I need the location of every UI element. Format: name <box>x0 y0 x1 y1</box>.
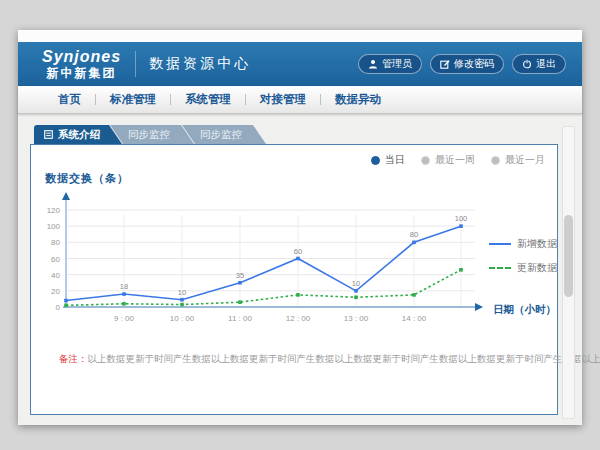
svg-text:18: 18 <box>120 282 128 291</box>
footnote-label: 备注： <box>59 353 88 364</box>
radio-dot <box>421 156 430 165</box>
svg-text:9 : 00: 9 : 00 <box>114 314 135 323</box>
svg-text:11 : 00: 11 : 00 <box>228 314 252 323</box>
brand-logo-subtext: 新中新集团 <box>42 67 121 79</box>
header-divider <box>135 51 136 77</box>
radio-label: 最近一周 <box>435 153 475 167</box>
user-icon <box>368 59 378 69</box>
radio-label: 当日 <box>385 153 405 167</box>
nav-item-integration-mgmt[interactable]: 对接管理 <box>246 92 320 107</box>
tab-bar: 系统介绍 同步监控 同步监控 <box>34 125 266 144</box>
desktop-background: Synjones 新中新集团 数据资源中心 管理员 修改密码 <box>0 0 600 450</box>
brand-logo-text: Synjones <box>42 49 121 65</box>
radio-last-week[interactable]: 最近一周 <box>421 153 475 167</box>
change-password-label: 修改密码 <box>454 57 494 71</box>
tab-sync-monitor-2[interactable]: 同步监控 <box>182 125 266 144</box>
footnote-text: 以上数据更新于时间产生数据以上数据更新于时间产生数据以上数据更新于时间产生数据以… <box>88 353 600 364</box>
power-icon <box>522 59 532 69</box>
nav-item-standard-mgmt[interactable]: 标准管理 <box>96 92 170 107</box>
header-actions: 管理员 修改密码 退出 <box>358 54 566 74</box>
legend-swatch <box>489 267 511 269</box>
main-nav: 首页 标准管理 系统管理 对接管理 数据异动 <box>18 86 582 114</box>
x-axis-title: 日期（小时） <box>493 303 556 317</box>
legend-swatch <box>489 243 511 245</box>
radio-dot <box>491 156 500 165</box>
change-password-button[interactable]: 修改密码 <box>430 54 504 74</box>
radio-label: 最近一月 <box>505 153 545 167</box>
svg-text:100: 100 <box>455 214 468 223</box>
page-top-strip <box>18 30 582 42</box>
svg-text:100: 100 <box>47 222 61 231</box>
y-axis-title: 数据交换（条） <box>45 171 129 186</box>
app-header: Synjones 新中新集团 数据资源中心 管理员 修改密码 <box>18 42 582 86</box>
svg-text:12 : 00: 12 : 00 <box>286 314 311 323</box>
scrollbar-thumb[interactable] <box>564 215 573 297</box>
svg-text:40: 40 <box>51 271 60 280</box>
svg-text:20: 20 <box>51 287 60 296</box>
tab-system-intro[interactable]: 系统介绍 <box>34 125 122 144</box>
logout-button[interactable]: 退出 <box>512 54 566 74</box>
svg-text:80: 80 <box>51 238 60 247</box>
footnote: 备注：以上数据更新于时间产生数据以上数据更新于时间产生数据以上数据更新于时间产生… <box>59 353 600 366</box>
legend-label: 新增数据 <box>517 237 557 251</box>
radio-today[interactable]: 当日 <box>371 153 405 167</box>
line-chart: 0204060801001209 : 0010 : 0011 : 0012 : … <box>31 190 559 342</box>
tab-label: 同步监控 <box>128 128 170 142</box>
svg-text:13 : 00: 13 : 00 <box>344 314 369 323</box>
nav-item-home[interactable]: 首页 <box>44 92 95 107</box>
svg-text:60: 60 <box>51 255 60 264</box>
nav-item-data-changes[interactable]: 数据异动 <box>321 92 395 107</box>
svg-text:10: 10 <box>178 288 186 297</box>
svg-text:60: 60 <box>294 247 302 256</box>
svg-text:10 : 00: 10 : 00 <box>170 314 195 323</box>
date-range-filter: 当日 最近一周 最近一月 <box>371 153 545 167</box>
tab-sync-monitor-1[interactable]: 同步监控 <box>110 125 194 144</box>
page-title: 数据资源中心 <box>149 55 251 73</box>
radio-dot <box>371 156 380 165</box>
admin-user-label: 管理员 <box>382 57 412 71</box>
content-area: 系统介绍 同步监控 同步监控 当日 最近一周 <box>18 114 582 425</box>
legend-new-data[interactable]: 新增数据 <box>489 237 557 251</box>
svg-text:10: 10 <box>352 279 360 288</box>
svg-text:80: 80 <box>410 230 418 239</box>
legend-updated-data[interactable]: 更新数据 <box>489 261 557 275</box>
legend-label: 更新数据 <box>517 261 557 275</box>
svg-text:120: 120 <box>47 206 61 215</box>
browser-page: Synjones 新中新集团 数据资源中心 管理员 修改密码 <box>18 30 582 425</box>
edit-icon <box>440 59 450 69</box>
document-icon <box>44 129 53 141</box>
radio-last-month[interactable]: 最近一月 <box>491 153 545 167</box>
logout-label: 退出 <box>536 57 556 71</box>
svg-text:0: 0 <box>56 303 61 312</box>
brand-logo: Synjones 新中新集团 <box>42 49 121 79</box>
chart-legend: 新增数据 更新数据 <box>489 237 557 275</box>
admin-user-button[interactable]: 管理员 <box>358 54 422 74</box>
chart-panel: 当日 最近一周 最近一月 数据交换（条） 0204060801001209 : … <box>30 144 558 415</box>
nav-item-system-mgmt[interactable]: 系统管理 <box>171 92 245 107</box>
scrollbar-track[interactable] <box>562 126 575 419</box>
tab-label: 同步监控 <box>200 128 242 142</box>
svg-text:14 : 00: 14 : 00 <box>402 314 427 323</box>
svg-text:35: 35 <box>236 271 244 280</box>
tab-label: 系统介绍 <box>58 128 100 142</box>
